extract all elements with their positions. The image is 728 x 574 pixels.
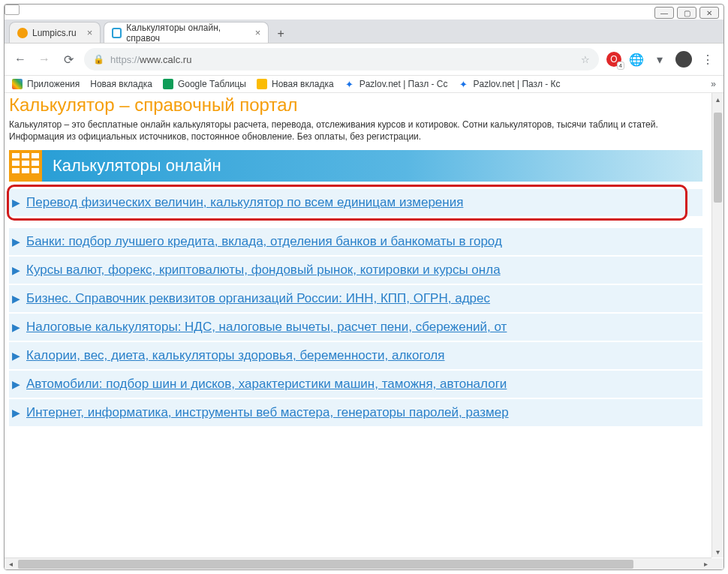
tab-strip: Lumpics.ru × Калькуляторы онлайн, справо… xyxy=(5,20,723,44)
page-content: Калькулятор – справочный портал Калькуля… xyxy=(5,93,711,557)
toolbar: ← → ⟳ 🔒 https:// www.calc.ru ☆ O4 🌐 ▾ ⋮ xyxy=(5,44,723,76)
bookmark-google-sheets[interactable]: Google Таблицы xyxy=(163,79,246,89)
scroll-left-icon[interactable]: ◂ xyxy=(5,560,17,568)
window-close-button[interactable]: ✕ xyxy=(699,7,719,19)
bookmark-star-icon[interactable]: ☆ xyxy=(581,54,590,65)
bookmark-label: Pazlov.net | Пазл - Сс xyxy=(359,79,448,89)
section-header: Калькуляторы онлайн xyxy=(9,150,702,182)
bookmarks-overflow-icon[interactable]: » xyxy=(711,79,716,89)
bookmark-label: Приложения xyxy=(27,79,80,89)
bookmark-apps[interactable]: Приложения xyxy=(12,79,80,89)
window-minimize-button[interactable]: — xyxy=(654,7,674,19)
folder-icon[interactable]: ▾ xyxy=(651,51,668,68)
category-link[interactable]: Банки: подбор лучшего кредита, вклада, о… xyxy=(26,234,502,249)
category-link[interactable]: Налоговые калькуляторы: НДС, налоговые в… xyxy=(26,320,507,335)
window-controls: — ▢ ✕ xyxy=(5,5,723,20)
category-link[interactable]: Интернет, информатика, инструменты веб м… xyxy=(26,405,509,420)
section-title: Калькуляторы онлайн xyxy=(42,150,702,182)
bookmark-newtab-2[interactable]: Новая вкладка xyxy=(257,79,334,89)
tab-close-icon[interactable]: × xyxy=(81,27,93,38)
vertical-scrollbar[interactable]: ▴ ▾ xyxy=(711,93,723,557)
tab-lumpics[interactable]: Lumpics.ru × xyxy=(9,22,101,43)
url-host: www.calc.ru xyxy=(140,54,191,65)
chrome-menu-button[interactable]: ⋮ xyxy=(699,51,716,68)
scroll-track[interactable] xyxy=(712,105,723,545)
scroll-track-h[interactable] xyxy=(17,558,699,569)
bookmarks-bar: Приложения Новая вкладка Google Таблицы … xyxy=(5,76,723,93)
bookmark-label: Новая вкладка xyxy=(272,79,334,89)
category-item-auto: ▶ Автомобили: подбор шин и дисков, харак… xyxy=(9,371,702,399)
triangle-right-icon: ▶ xyxy=(9,350,26,362)
category-item-health: ▶ Калории, вес, диета, калькуляторы здор… xyxy=(9,342,702,371)
scroll-right-icon[interactable]: ▸ xyxy=(699,560,711,568)
category-link[interactable]: Автомобили: подбор шин и дисков, характе… xyxy=(26,377,507,392)
page-icon xyxy=(5,5,20,15)
puzzle-icon: ✦ xyxy=(344,79,355,89)
reload-button[interactable]: ⟳ xyxy=(60,51,77,68)
scroll-corner xyxy=(711,558,723,569)
category-item-currency: ▶ Курсы валют, форекс, криптовалюты, фон… xyxy=(9,257,702,285)
orange-circle-favicon-icon xyxy=(17,28,28,38)
category-item-internet: ▶ Интернет, информатика, инструменты веб… xyxy=(9,399,702,428)
bookmark-label: Новая вкладка xyxy=(90,79,152,89)
category-item-business: ▶ Бизнес. Справочник реквизитов организа… xyxy=(9,285,702,314)
window-maximize-button[interactable]: ▢ xyxy=(677,7,696,19)
scroll-thumb-h[interactable] xyxy=(18,560,633,569)
triangle-right-icon: ▶ xyxy=(9,293,26,305)
new-tab-button[interactable]: + xyxy=(272,25,290,43)
category-link[interactable]: Бизнес. Справочник реквизитов организаци… xyxy=(26,291,490,306)
page-title: Калькулятор – справочный портал xyxy=(9,93,702,119)
forward-button: → xyxy=(36,51,53,68)
category-link[interactable]: Калории, вес, диета, калькуляторы здоров… xyxy=(26,348,444,363)
category-link[interactable]: Курсы валют, форекс, криптовалюты, фондо… xyxy=(26,263,501,278)
globe-extension-icon[interactable]: 🌐 xyxy=(629,52,644,67)
sheets-icon xyxy=(163,79,173,89)
address-bar[interactable]: 🔒 https:// www.calc.ru ☆ xyxy=(84,48,599,71)
bookmark-pazlov-2[interactable]: ✦Pazlov.net | Пазл - Кс xyxy=(458,79,560,89)
puzzle-icon: ✦ xyxy=(458,79,468,89)
opera-extension-icon[interactable]: O4 xyxy=(606,52,621,67)
back-button[interactable]: ← xyxy=(12,51,29,68)
calc-favicon-icon xyxy=(112,28,122,38)
page-description: Калькулятор – это бесплатные онлайн каль… xyxy=(9,119,702,150)
tab-label: Калькуляторы онлайн, справоч xyxy=(126,23,244,44)
triangle-right-icon: ▶ xyxy=(9,321,26,333)
category-item-physics-units: ▶ Перевод физических величин, калькулято… xyxy=(9,189,702,218)
tab-label: Lumpics.ru xyxy=(32,28,77,38)
url-scheme: https:// xyxy=(110,54,140,65)
triangle-right-icon: ▶ xyxy=(9,197,26,209)
extension-badge: 4 xyxy=(617,62,624,70)
newtab-icon xyxy=(257,79,267,89)
scroll-down-icon[interactable]: ▾ xyxy=(712,545,723,557)
profile-avatar[interactable] xyxy=(675,51,692,68)
category-link[interactable]: Перевод физических величин, калькулятор … xyxy=(26,195,463,210)
triangle-right-icon: ▶ xyxy=(9,236,26,248)
bookmark-newtab[interactable]: Новая вкладка xyxy=(90,79,152,89)
scroll-up-icon[interactable]: ▴ xyxy=(712,93,723,105)
page-viewport: Калькулятор – справочный портал Калькуля… xyxy=(5,93,723,569)
lock-icon: 🔒 xyxy=(93,54,104,65)
tab-close-icon[interactable]: × xyxy=(249,27,261,38)
category-list: ▶ Перевод физических величин, калькулято… xyxy=(9,189,702,428)
apps-grid-icon xyxy=(12,79,23,89)
triangle-right-icon: ▶ xyxy=(9,378,26,390)
tab-calc-ru[interactable]: Калькуляторы онлайн, справоч × xyxy=(104,22,269,43)
bookmark-label: Google Таблицы xyxy=(178,79,246,89)
triangle-right-icon: ▶ xyxy=(9,407,26,419)
category-item-banks: ▶ Банки: подбор лучшего кредита, вклада,… xyxy=(9,228,702,257)
horizontal-scrollbar[interactable]: ◂ ▸ xyxy=(5,557,711,569)
bookmark-label: Pazlov.net | Пазл - Кс xyxy=(473,79,560,89)
triangle-right-icon: ▶ xyxy=(9,264,26,276)
bookmark-pazlov-1[interactable]: ✦Pazlov.net | Пазл - Сс xyxy=(344,79,448,89)
scroll-thumb[interactable] xyxy=(714,113,722,203)
grid-icon xyxy=(9,150,42,182)
browser-window: — ▢ ✕ Lumpics.ru × Калькуляторы онлайн, … xyxy=(4,4,724,570)
category-item-tax: ▶ Налоговые калькуляторы: НДС, налоговые… xyxy=(9,314,702,342)
